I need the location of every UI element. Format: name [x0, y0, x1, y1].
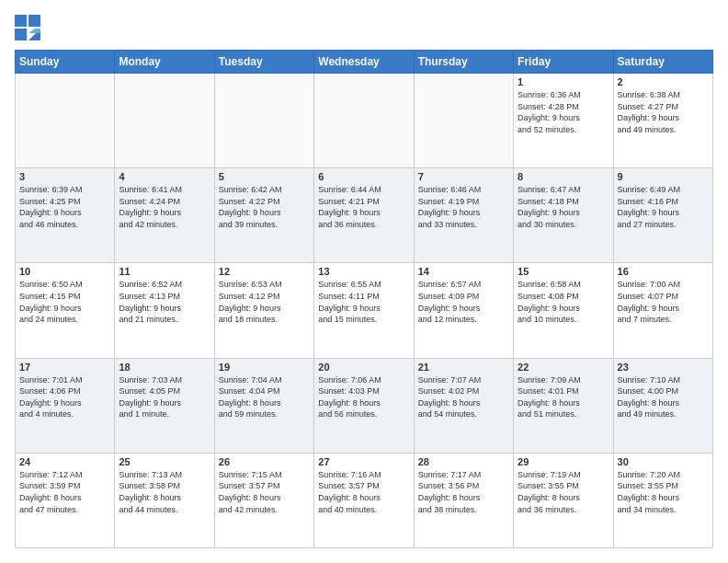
- day-info: Sunrise: 6:47 AMSunset: 4:18 PMDaylight:…: [518, 184, 609, 230]
- calendar-cell: 22Sunrise: 7:09 AMSunset: 4:01 PMDayligh…: [514, 358, 613, 453]
- calendar-week-2: 3Sunrise: 6:39 AMSunset: 4:25 PMDaylight…: [16, 168, 713, 263]
- day-number: 27: [318, 456, 409, 467]
- day-number: 21: [418, 362, 509, 373]
- day-info: Sunrise: 7:06 AMSunset: 4:03 PMDaylight:…: [318, 374, 409, 420]
- day-info: Sunrise: 7:00 AMSunset: 4:07 PMDaylight:…: [618, 279, 709, 325]
- calendar-cell: [414, 74, 513, 168]
- calendar-cell: 12Sunrise: 6:53 AMSunset: 4:12 PMDayligh…: [214, 263, 313, 358]
- calendar-cell: 9Sunrise: 6:49 AMSunset: 4:16 PMDaylight…: [613, 168, 712, 263]
- day-number: 15: [518, 266, 609, 277]
- calendar-cell: 18Sunrise: 7:03 AMSunset: 4:05 PMDayligh…: [115, 358, 214, 453]
- calendar-cell: [314, 74, 414, 168]
- day-number: 2: [618, 76, 709, 87]
- calendar-week-1: 1Sunrise: 6:36 AMSunset: 4:28 PMDaylight…: [16, 74, 713, 168]
- calendar-cell: 3Sunrise: 6:39 AMSunset: 4:25 PMDaylight…: [16, 168, 115, 263]
- day-number: 13: [318, 266, 409, 277]
- calendar-cell: 25Sunrise: 7:13 AMSunset: 3:58 PMDayligh…: [115, 453, 214, 547]
- day-info: Sunrise: 6:39 AMSunset: 4:25 PMDaylight:…: [19, 184, 110, 230]
- day-number: 23: [618, 362, 709, 373]
- calendar-cell: 8Sunrise: 6:47 AMSunset: 4:18 PMDaylight…: [514, 168, 613, 263]
- day-number: 11: [119, 266, 210, 277]
- day-number: 16: [618, 266, 709, 277]
- calendar-cell: [115, 74, 214, 168]
- calendar-cell: 1Sunrise: 6:36 AMSunset: 4:28 PMDaylight…: [514, 74, 613, 168]
- calendar-cell: 29Sunrise: 7:19 AMSunset: 3:55 PMDayligh…: [514, 453, 613, 547]
- calendar-cell: 23Sunrise: 7:10 AMSunset: 4:00 PMDayligh…: [613, 358, 712, 453]
- day-info: Sunrise: 6:36 AMSunset: 4:28 PMDaylight:…: [518, 89, 609, 135]
- day-number: 3: [19, 171, 110, 182]
- calendar-header-wednesday: Wednesday: [314, 51, 414, 74]
- day-info: Sunrise: 6:57 AMSunset: 4:09 PMDaylight:…: [418, 279, 509, 325]
- calendar-cell: 7Sunrise: 6:46 AMSunset: 4:19 PMDaylight…: [414, 168, 513, 263]
- day-number: 9: [618, 171, 709, 182]
- calendar-cell: 16Sunrise: 7:00 AMSunset: 4:07 PMDayligh…: [613, 263, 712, 358]
- calendar-header-row: SundayMondayTuesdayWednesdayThursdayFrid…: [16, 51, 713, 74]
- day-info: Sunrise: 6:53 AMSunset: 4:12 PMDaylight:…: [219, 279, 310, 325]
- calendar-cell: 21Sunrise: 7:07 AMSunset: 4:02 PMDayligh…: [414, 358, 513, 453]
- day-info: Sunrise: 7:01 AMSunset: 4:06 PMDaylight:…: [19, 374, 110, 420]
- day-number: 25: [119, 456, 210, 467]
- calendar-cell: 11Sunrise: 6:52 AMSunset: 4:13 PMDayligh…: [115, 263, 214, 358]
- svg-rect-2: [15, 29, 27, 40]
- day-number: 10: [19, 266, 110, 277]
- calendar-cell: 5Sunrise: 6:42 AMSunset: 4:22 PMDaylight…: [214, 168, 313, 263]
- day-info: Sunrise: 7:03 AMSunset: 4:05 PMDaylight:…: [119, 374, 210, 420]
- day-info: Sunrise: 7:07 AMSunset: 4:02 PMDaylight:…: [418, 374, 509, 420]
- calendar-header-tuesday: Tuesday: [214, 51, 313, 74]
- logo: [15, 15, 44, 40]
- day-info: Sunrise: 6:50 AMSunset: 4:15 PMDaylight:…: [19, 279, 110, 325]
- calendar-cell: 27Sunrise: 7:16 AMSunset: 3:57 PMDayligh…: [314, 453, 414, 547]
- day-info: Sunrise: 6:46 AMSunset: 4:19 PMDaylight:…: [418, 184, 509, 230]
- calendar-cell: 26Sunrise: 7:15 AMSunset: 3:57 PMDayligh…: [214, 453, 313, 547]
- day-number: 1: [518, 76, 609, 87]
- day-info: Sunrise: 6:41 AMSunset: 4:24 PMDaylight:…: [119, 184, 210, 230]
- day-info: Sunrise: 6:44 AMSunset: 4:21 PMDaylight:…: [318, 184, 409, 230]
- calendar-week-3: 10Sunrise: 6:50 AMSunset: 4:15 PMDayligh…: [16, 263, 713, 358]
- day-number: 14: [418, 266, 509, 277]
- calendar-cell: [16, 74, 115, 168]
- calendar-table: SundayMondayTuesdayWednesdayThursdayFrid…: [15, 50, 713, 548]
- day-number: 18: [119, 362, 210, 373]
- calendar-cell: [214, 74, 313, 168]
- day-number: 17: [19, 362, 110, 373]
- day-number: 28: [418, 456, 509, 467]
- day-info: Sunrise: 7:15 AMSunset: 3:57 PMDaylight:…: [219, 469, 310, 515]
- calendar-header-saturday: Saturday: [613, 51, 712, 74]
- day-number: 30: [618, 456, 709, 467]
- calendar-header-sunday: Sunday: [16, 51, 115, 74]
- day-info: Sunrise: 7:04 AMSunset: 4:04 PMDaylight:…: [219, 374, 310, 420]
- day-number: 26: [219, 456, 310, 467]
- day-info: Sunrise: 7:09 AMSunset: 4:01 PMDaylight:…: [518, 374, 609, 420]
- calendar-cell: 13Sunrise: 6:55 AMSunset: 4:11 PMDayligh…: [314, 263, 414, 358]
- day-number: 22: [518, 362, 609, 373]
- calendar-header-thursday: Thursday: [414, 51, 513, 74]
- day-info: Sunrise: 7:17 AMSunset: 3:56 PMDaylight:…: [418, 469, 509, 515]
- day-info: Sunrise: 7:20 AMSunset: 3:55 PMDaylight:…: [618, 469, 709, 515]
- day-info: Sunrise: 6:55 AMSunset: 4:11 PMDaylight:…: [318, 279, 409, 325]
- day-info: Sunrise: 7:10 AMSunset: 4:00 PMDaylight:…: [618, 374, 709, 420]
- logo-icon: [15, 15, 40, 40]
- calendar-cell: 20Sunrise: 7:06 AMSunset: 4:03 PMDayligh…: [314, 358, 414, 453]
- day-number: 8: [518, 171, 609, 182]
- svg-rect-1: [28, 15, 40, 27]
- day-info: Sunrise: 7:16 AMSunset: 3:57 PMDaylight:…: [318, 469, 409, 515]
- day-number: 7: [418, 171, 509, 182]
- calendar-cell: 28Sunrise: 7:17 AMSunset: 3:56 PMDayligh…: [414, 453, 513, 547]
- calendar-cell: 24Sunrise: 7:12 AMSunset: 3:59 PMDayligh…: [16, 453, 115, 547]
- day-info: Sunrise: 6:42 AMSunset: 4:22 PMDaylight:…: [219, 184, 310, 230]
- calendar-cell: 2Sunrise: 6:38 AMSunset: 4:27 PMDaylight…: [613, 74, 712, 168]
- day-number: 5: [219, 171, 310, 182]
- day-info: Sunrise: 6:38 AMSunset: 4:27 PMDaylight:…: [618, 89, 709, 135]
- calendar-week-4: 17Sunrise: 7:01 AMSunset: 4:06 PMDayligh…: [16, 358, 713, 453]
- svg-marker-4: [28, 29, 40, 33]
- calendar-header-friday: Friday: [514, 51, 613, 74]
- day-number: 20: [318, 362, 409, 373]
- day-info: Sunrise: 7:13 AMSunset: 3:58 PMDaylight:…: [119, 469, 210, 515]
- calendar-cell: 19Sunrise: 7:04 AMSunset: 4:04 PMDayligh…: [214, 358, 313, 453]
- calendar-header-monday: Monday: [115, 51, 214, 74]
- calendar-cell: 30Sunrise: 7:20 AMSunset: 3:55 PMDayligh…: [613, 453, 712, 547]
- day-number: 19: [219, 362, 310, 373]
- day-number: 4: [119, 171, 210, 182]
- calendar-cell: 14Sunrise: 6:57 AMSunset: 4:09 PMDayligh…: [414, 263, 513, 358]
- calendar-cell: 4Sunrise: 6:41 AMSunset: 4:24 PMDaylight…: [115, 168, 214, 263]
